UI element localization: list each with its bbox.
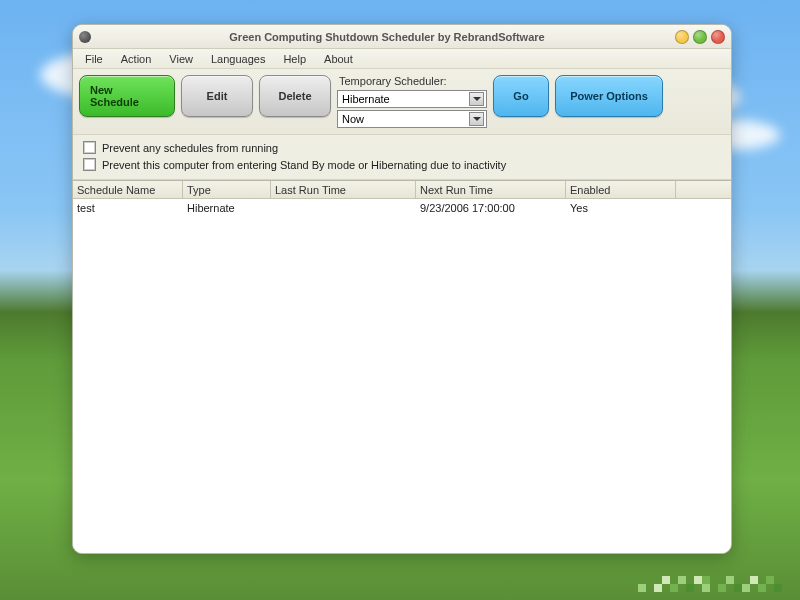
edit-button[interactable]: Edit (181, 75, 253, 117)
titlebar[interactable]: Green Computing Shutdown Scheduler by Re… (73, 25, 731, 49)
action-select[interactable]: Hibernate (337, 90, 487, 108)
chevron-down-icon (469, 92, 484, 106)
col-spacer (676, 181, 731, 198)
schedule-list: Schedule Name Type Last Run Time Next Ru… (73, 180, 731, 553)
col-enabled[interactable]: Enabled (566, 181, 676, 198)
window-title: Green Computing Shutdown Scheduler by Re… (99, 31, 675, 43)
col-last[interactable]: Last Run Time (271, 181, 416, 198)
maximize-button[interactable] (693, 30, 707, 44)
close-button[interactable] (711, 30, 725, 44)
menu-view[interactable]: View (161, 51, 201, 67)
go-button[interactable]: Go (493, 75, 549, 117)
cell-type: Hibernate (183, 202, 271, 214)
list-header: Schedule Name Type Last Run Time Next Ru… (73, 181, 731, 199)
delete-button[interactable]: Delete (259, 75, 331, 117)
menu-action[interactable]: Action (113, 51, 160, 67)
prevent-schedules-row[interactable]: Prevent any schedules from running (83, 139, 721, 156)
new-schedule-button[interactable]: New Schedule (79, 75, 175, 117)
table-row[interactable]: test Hibernate 9/23/2006 17:00:00 Yes (73, 199, 731, 217)
menu-file[interactable]: File (77, 51, 111, 67)
cell-enabled: Yes (566, 202, 676, 214)
when-select-value: Now (342, 113, 364, 125)
prevent-standby-row[interactable]: Prevent this computer from entering Stan… (83, 156, 721, 173)
cell-next: 9/23/2006 17:00:00 (416, 202, 566, 214)
menu-about[interactable]: About (316, 51, 361, 67)
col-next[interactable]: Next Run Time (416, 181, 566, 198)
prevent-schedules-label: Prevent any schedules from running (102, 142, 278, 154)
menu-languages[interactable]: Languages (203, 51, 273, 67)
toolbar: New Schedule Edit Delete Temporary Sched… (73, 69, 731, 135)
cell-name: test (73, 202, 183, 214)
action-select-value: Hibernate (342, 93, 390, 105)
menu-help[interactable]: Help (275, 51, 314, 67)
temporary-scheduler-group: Temporary Scheduler: Hibernate Now (337, 75, 487, 130)
col-name[interactable]: Schedule Name (73, 181, 183, 198)
temporary-scheduler-label: Temporary Scheduler: (337, 75, 487, 87)
prevent-standby-label: Prevent this computer from entering Stan… (102, 159, 506, 171)
checkbox-icon[interactable] (83, 158, 96, 171)
minimize-button[interactable] (675, 30, 689, 44)
col-type[interactable]: Type (183, 181, 271, 198)
decoration-icon (638, 576, 782, 592)
app-icon (79, 31, 91, 43)
menubar: File Action View Languages Help About (73, 49, 731, 69)
options-panel: Prevent any schedules from running Preve… (73, 135, 731, 180)
app-window: Green Computing Shutdown Scheduler by Re… (72, 24, 732, 554)
power-options-button[interactable]: Power Options (555, 75, 663, 117)
chevron-down-icon (469, 112, 484, 126)
when-select[interactable]: Now (337, 110, 487, 128)
checkbox-icon[interactable] (83, 141, 96, 154)
